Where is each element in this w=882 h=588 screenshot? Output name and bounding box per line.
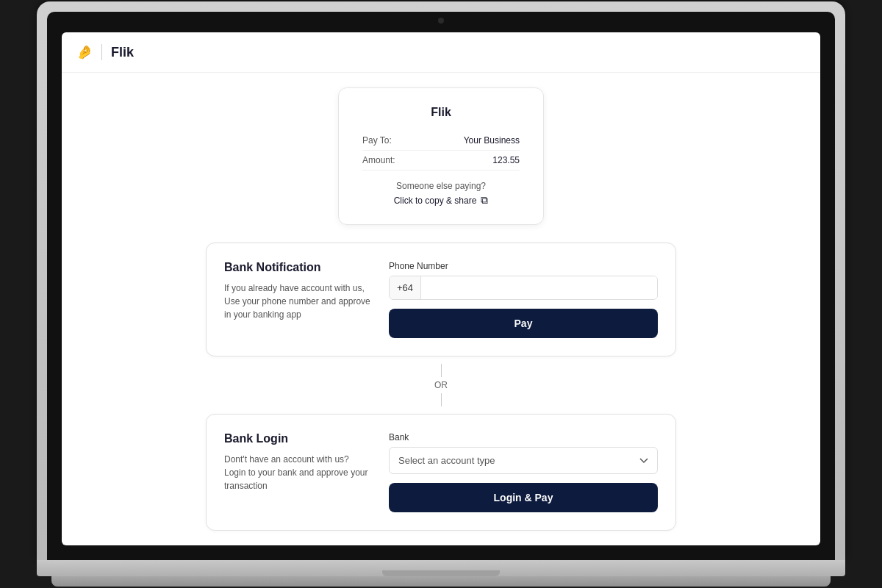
pay-to-value: Your Business <box>464 135 520 146</box>
app-header: 🤌 Flik <box>62 32 820 73</box>
camera-dot <box>438 18 444 24</box>
logo-text: Flik <box>111 45 134 60</box>
or-divider: OR <box>206 356 676 414</box>
or-text: OR <box>434 377 448 393</box>
bank-login-description: Dont't have an account with us? Login to… <box>224 453 371 492</box>
bank-notification-right: Phone Number +64 Pay <box>389 261 658 338</box>
copy-share-button[interactable]: Click to copy & share ⧉ <box>362 194 520 207</box>
or-line-top <box>441 364 442 377</box>
copy-share-label: Click to copy & share <box>394 196 477 206</box>
bank-notification-title: Bank Notification <box>224 261 371 274</box>
logo-icon: 🤌 <box>76 44 93 60</box>
bank-login-left: Bank Login Dont't have an account with u… <box>224 432 371 512</box>
amount-value: 123.55 <box>492 155 520 165</box>
bank-notification-description: If you already have account with us, Use… <box>224 282 371 321</box>
phone-input-row: +64 <box>389 276 658 300</box>
or-line-bottom <box>441 393 442 406</box>
bank-login-panel: Bank Login Dont't have an account with u… <box>206 414 676 531</box>
copy-icon: ⧉ <box>481 194 488 207</box>
bank-label: Bank <box>389 432 658 442</box>
payment-card-title: Flik <box>362 106 520 119</box>
pay-button[interactable]: Pay <box>389 309 658 338</box>
panels-container: Bank Notification If you already have ac… <box>206 243 676 531</box>
bank-login-right: Bank Select an account type Login & Pay <box>389 432 658 512</box>
bank-login-title: Bank Login <box>224 432 371 445</box>
someone-else-text: Someone else paying? <box>362 181 520 191</box>
laptop-lid: 🤌 Flik Flik Pay To: Your Business <box>37 1 845 560</box>
pay-to-row: Pay To: Your Business <box>362 131 520 151</box>
logo-divider <box>101 44 102 60</box>
bank-notification-left: Bank Notification If you already have ac… <box>224 261 371 338</box>
phone-input[interactable] <box>421 276 657 299</box>
laptop-bottom <box>51 576 831 587</box>
camera-notch <box>397 12 485 29</box>
login-pay-button[interactable]: Login & Pay <box>389 483 658 512</box>
app-content: Flik Pay To: Your Business Amount: 123.5… <box>62 73 820 545</box>
phone-prefix: +64 <box>390 276 421 299</box>
laptop-bezel: 🤌 Flik Flik Pay To: Your Business <box>47 12 835 560</box>
account-type-select[interactable]: Select an account type <box>389 447 658 474</box>
bank-notification-panel: Bank Notification If you already have ac… <box>206 243 676 356</box>
phone-number-label: Phone Number <box>389 261 658 271</box>
laptop-screen: 🤌 Flik Flik Pay To: Your Business <box>62 32 820 545</box>
laptop-base <box>37 560 845 576</box>
amount-row: Amount: 123.55 <box>362 151 520 171</box>
payment-info-card: Flik Pay To: Your Business Amount: 123.5… <box>338 87 544 225</box>
amount-label: Amount: <box>362 155 395 165</box>
pay-to-label: Pay To: <box>362 135 392 146</box>
laptop-container: 🤌 Flik Flik Pay To: Your Business <box>37 1 845 587</box>
